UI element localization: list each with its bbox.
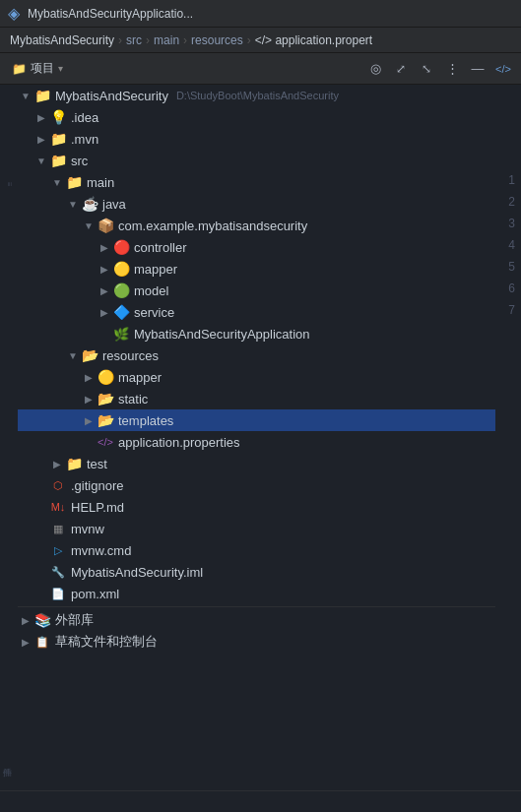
line-number-6: 6 — [495, 278, 515, 299]
tree-item-src[interactable]: ▼ 📁 src — [18, 150, 495, 171]
toolbar: 📁 项目 ▾ ◎ ⤢ ⤡ ⋮ — </> — [0, 53, 521, 85]
collapse-arrow: ▼ — [18, 91, 33, 101]
line-number-7: 7 — [495, 299, 515, 321]
spring-icon: 🌿 — [112, 327, 130, 342]
java-folder-icon: ☕ — [81, 196, 98, 212]
service-icon: 🔷 — [112, 304, 130, 320]
tree-item-mapper[interactable]: ▶ 🟡 mapper — [18, 258, 495, 280]
collapse-arrow: ▼ — [49, 177, 65, 188]
minimize-button[interactable]: — — [466, 57, 489, 81]
tree-item-controller[interactable]: ▶ 🔴 controller — [18, 236, 495, 258]
tree-item-com[interactable]: ▼ 📦 com.example.mybatisandsecurity — [18, 215, 495, 236]
controller-icon: 🔴 — [112, 239, 130, 255]
iml-icon: 🔧 — [49, 566, 67, 579]
tree-item-mapper-r[interactable]: ▶ 🟡 mapper — [18, 366, 495, 388]
breadcrumb: MybatisAndSecurity › src › main › resour… — [0, 28, 521, 53]
tree-item-helpmd[interactable]: ▶ M↓ HELP.md — [18, 496, 495, 518]
line-number-2: 2 — [495, 191, 515, 213]
expand-all-button[interactable]: ⤢ — [389, 57, 413, 81]
tree-label-mvnwcmd: mvnw.cmd — [71, 543, 131, 558]
tree-label-java: java — [102, 197, 126, 212]
more-options-button[interactable]: ⋮ — [440, 57, 464, 81]
divider — [18, 606, 495, 607]
expand-arrow: ▶ — [18, 637, 33, 648]
idea-icon: 💡 — [49, 109, 67, 125]
expand-arrow: ▶ — [97, 264, 112, 275]
md-icon: M↓ — [49, 501, 67, 513]
tree-item-model[interactable]: ▶ 🟢 model — [18, 280, 495, 301]
tree-item-mvnw[interactable]: ▶ ▦ mvnw — [18, 518, 495, 539]
tree-item-templates[interactable]: ▶ 📂 templates — [18, 409, 495, 431]
breadcrumb-part-main[interactable]: main — [154, 33, 179, 47]
vertical-label: 插件 — [0, 731, 15, 790]
tree-label-templates: templates — [118, 413, 173, 428]
tree-label-test: test — [87, 457, 107, 471]
line-number-1: 1 — [495, 169, 515, 191]
tree-label-mvnw: mvnw — [71, 522, 104, 536]
folder-icon: 📁 — [49, 153, 67, 168]
tree-label-service: service — [134, 305, 174, 320]
tree-label-iml: MybatisAndSecurity.iml — [71, 565, 203, 580]
tree-item-iml[interactable]: ▶ 🔧 MybatisAndSecurity.iml — [18, 561, 495, 583]
expand-arrow: ▶ — [81, 415, 97, 426]
properties-icon: </> — [97, 436, 114, 448]
tree-item-mvnwcmd[interactable]: ▶ ▷ mvnw.cmd — [18, 539, 495, 561]
settings-button[interactable]: </> — [491, 57, 515, 81]
breadcrumb-part-resources[interactable]: resources — [191, 33, 243, 47]
tree-item-service[interactable]: ▶ 🔷 service — [18, 301, 495, 323]
tree-label-controller: controller — [134, 240, 186, 255]
tree-label-root: MybatisAndSecurity — [55, 89, 168, 103]
tree-item-static[interactable]: ▶ 📂 static — [18, 388, 495, 409]
static-icon: 📂 — [97, 391, 114, 406]
mapper-r-icon: 🟡 — [97, 369, 114, 385]
expand-arrow: ▶ — [33, 134, 49, 145]
tree-item-pom[interactable]: ▶ 📄 pom.xml — [18, 583, 495, 604]
collapse-arrow: ▼ — [65, 199, 81, 210]
tree-label-appclass: MybatisAndSecurityApplication — [134, 327, 309, 342]
project-label[interactable]: 📁 项目 ▾ — [6, 58, 69, 79]
tree-item-main[interactable]: ▼ 📁 main — [18, 171, 495, 193]
tree-label-main: main — [87, 175, 114, 190]
line-number-3: 3 — [495, 213, 515, 234]
left-sidebar: ≡ — [0, 169, 18, 195]
collapse-arrow: ▼ — [81, 220, 97, 231]
tree-item-mvn[interactable]: ▶ 📁 .mvn — [18, 128, 495, 150]
tree-label-helpmd: HELP.md — [71, 500, 124, 515]
package-icon: 📦 — [97, 218, 114, 233]
file-tree: ▼ 📁 MybatisAndSecurity D:\StudyBoot\Myba… — [18, 85, 495, 790]
expand-arrow: ▶ — [49, 459, 65, 469]
tree-item-console[interactable]: ▶ 📋 草稿文件和控制台 — [18, 631, 495, 653]
breadcrumb-sep-1: › — [146, 33, 150, 47]
expand-arrow: ▶ — [18, 615, 33, 626]
collapse-all-button[interactable]: ⤡ — [415, 57, 438, 81]
line-number-5: 5 — [495, 256, 515, 278]
bottom-bar: 插件 — [0, 790, 521, 812]
tree-label-com: com.example.mybatisandsecurity — [118, 219, 307, 233]
title-bar: ◈ MybatisAndSecurityApplicatio... — [0, 0, 521, 28]
tree-item-test[interactable]: ▶ 📁 test — [18, 453, 495, 474]
breadcrumb-part-src[interactable]: src — [126, 33, 142, 47]
expand-arrow: ▶ — [33, 112, 49, 123]
gitignore-icon: ⬡ — [49, 479, 67, 492]
mvnw-icon: ▦ — [49, 523, 67, 535]
breadcrumb-part-0[interactable]: MybatisAndSecurity — [10, 33, 114, 47]
target-button[interactable]: ◎ — [363, 57, 387, 81]
tree-label-mapper-r: mapper — [118, 370, 162, 385]
title-tab[interactable]: MybatisAndSecurityApplicatio... — [28, 7, 193, 21]
left-icon-1[interactable]: ≡ — [1, 173, 17, 195]
tree-label-static: static — [118, 392, 148, 406]
tree-item-appclass[interactable]: ▶ 🌿 MybatisAndSecurityApplication — [18, 323, 495, 344]
breadcrumb-part-file[interactable]: </> application.propert — [255, 33, 372, 47]
tree-item-root[interactable]: ▼ 📁 MybatisAndSecurity D:\StudyBoot\Myba… — [18, 85, 495, 106]
mvnwcmd-icon: ▷ — [49, 544, 67, 557]
tree-item-gitignore[interactable]: ▶ ⬡ .gitignore — [18, 474, 495, 496]
test-folder-icon: 📁 — [65, 456, 83, 471]
tree-item-java[interactable]: ▼ ☕ java — [18, 193, 495, 215]
tree-item-idea[interactable]: ▶ 💡 .idea — [18, 106, 495, 128]
tree-item-appprops[interactable]: ▶ </> application.properties — [18, 431, 495, 453]
tree-label-pom: pom.xml — [71, 587, 119, 601]
tree-item-resources[interactable]: ▼ 📂 resources — [18, 344, 495, 366]
tree-path-hint: D:\StudyBoot\MybatisAndSecurity — [176, 90, 339, 101]
tree-item-library[interactable]: ▶ 📚 外部库 — [18, 609, 495, 631]
tree-label-console: 草稿文件和控制台 — [55, 633, 158, 651]
